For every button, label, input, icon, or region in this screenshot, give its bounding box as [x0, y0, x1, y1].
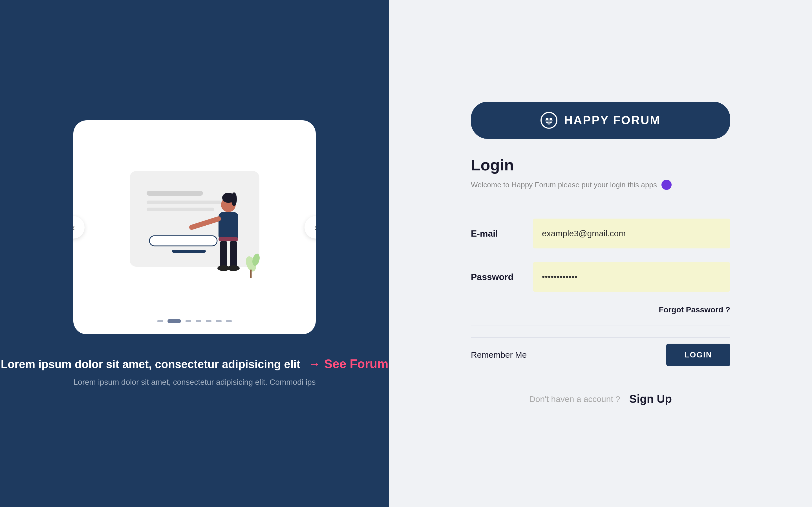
forgot-password-link[interactable]: Forgot Password ?: [659, 305, 730, 314]
login-title: Login: [471, 156, 730, 174]
happy-forum-icon: [541, 112, 557, 129]
left-headline: Lorem ipsum dolor sit amet, consectetur …: [1, 358, 300, 371]
carousel-dot[interactable]: [216, 320, 221, 322]
password-row: Password: [471, 262, 730, 292]
chevron-right-icon: ›: [314, 222, 316, 233]
right-panel: HAPPY FORUM Login Welcome to Happy Forum…: [389, 0, 812, 507]
carousel-dot[interactable]: [186, 320, 191, 322]
left-panel: ‹ › Lorem ipsum dolor sit amet, consecte…: [0, 0, 389, 507]
carousel-dot[interactable]: [206, 320, 211, 322]
login-card: HAPPY FORUM Login Welcome to Happy Forum…: [471, 102, 730, 405]
login-subtitle: Welcome to Happy Forum please put your l…: [471, 180, 730, 190]
signup-link[interactable]: Sign Up: [629, 393, 672, 405]
remember-me-label: Remember Me: [471, 350, 527, 360]
left-subtext: Lorem ipsum dolor sit amet, consectetur …: [1, 378, 389, 387]
carousel-dot-active[interactable]: [167, 319, 181, 323]
carousel-dot[interactable]: [157, 320, 163, 322]
form-divider-mid: [471, 326, 730, 326]
carousel-dot[interactable]: [226, 320, 232, 322]
email-row: E-mail: [471, 219, 730, 248]
svg-point-14: [227, 265, 240, 271]
chevron-left-icon: ‹: [73, 222, 75, 233]
carousel-dots: [157, 319, 232, 323]
svg-rect-12: [230, 240, 237, 268]
svg-point-20: [546, 118, 548, 120]
see-forum-link[interactable]: → See Forum: [308, 357, 389, 371]
remember-row: Remember Me LOGIN: [471, 337, 730, 372]
svg-point-8: [231, 192, 237, 206]
left-text-area: Lorem ipsum dolor sit amet, consectetur …: [1, 357, 389, 387]
illustration-svg: [113, 154, 276, 300]
svg-rect-3: [147, 208, 214, 211]
form-divider-top: [471, 207, 730, 207]
left-headline-row: Lorem ipsum dolor sit amet, consectetur …: [1, 357, 389, 371]
brand-name: HAPPY FORUM: [564, 114, 661, 127]
carousel: ‹ ›: [73, 120, 316, 334]
signup-row: Don't haven a account ? Sign Up: [471, 393, 730, 405]
svg-rect-11: [220, 240, 227, 268]
svg-rect-9: [218, 212, 238, 240]
brand-bar: HAPPY FORUM: [471, 102, 730, 139]
svg-rect-5: [172, 250, 206, 252]
svg-rect-2: [147, 201, 225, 204]
signup-prompt: Don't haven a account ?: [529, 394, 620, 404]
carousel-dot[interactable]: [196, 320, 201, 322]
carousel-illustration: [73, 131, 316, 323]
password-label: Password: [471, 272, 533, 282]
subtitle-text: Welcome to Happy Forum please put your l…: [471, 180, 657, 189]
svg-rect-1: [147, 191, 203, 196]
forgot-password-area: Forgot Password ?: [471, 305, 730, 314]
svg-rect-15: [218, 237, 238, 241]
svg-rect-4: [149, 236, 217, 246]
purple-dot-decoration: [661, 180, 672, 190]
email-label: E-mail: [471, 228, 533, 239]
password-input[interactable]: [533, 262, 730, 292]
login-button[interactable]: LOGIN: [666, 344, 730, 366]
svg-point-21: [550, 118, 552, 120]
email-input[interactable]: [533, 219, 730, 248]
